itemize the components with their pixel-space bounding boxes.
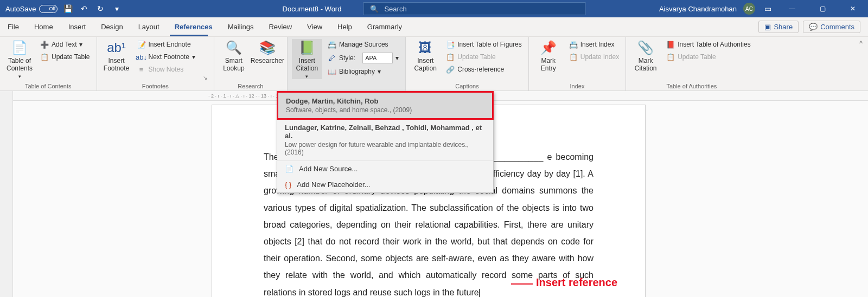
insert-citation-button[interactable]: 📗Insert Citation▾ <box>292 39 322 79</box>
tab-design[interactable]: Design <box>93 17 130 37</box>
mark-citation-button[interactable]: 📎Mark Citation <box>630 39 661 73</box>
undo-icon[interactable]: ↶ <box>78 3 90 15</box>
citation-icon: 📗 <box>299 40 315 56</box>
ribbon-display-icon[interactable]: ▭ <box>762 3 774 15</box>
researcher-icon: 📚 <box>259 40 276 56</box>
close-button[interactable]: ✕ <box>841 0 865 17</box>
add-source-icon: 📄 <box>285 165 293 173</box>
update-figures-table-button: 📋Update Table <box>444 51 524 62</box>
ribbon-tabs: File Home Insert Design Layout Reference… <box>0 17 868 37</box>
group-research: 🔍Smart Lookup 📚Researcher Research <box>214 37 288 91</box>
table-of-contents-button[interactable]: 📄Table of Contents▾ <box>4 39 35 79</box>
title-bar: AutoSave Off 💾 ↶ ↻ ▾ Document8 - Word 🔍 … <box>0 0 868 17</box>
manage-sources-button[interactable]: 📇Manage Sources <box>326 39 401 50</box>
document-area: · 2 · ı · 1 · ı · △ · ı · 12 · · 13 · ı … <box>0 91 868 297</box>
share-button[interactable]: ▣Share <box>758 21 799 33</box>
insert-index-icon: 📇 <box>569 40 578 49</box>
footnote-icon: ab¹ <box>107 40 126 56</box>
researcher-button[interactable]: 📚Researcher <box>252 39 283 64</box>
tab-view[interactable]: View <box>299 17 330 37</box>
add-new-source-button[interactable]: 📄 Add New Source... <box>277 161 493 177</box>
tab-home[interactable]: Home <box>27 17 61 37</box>
insert-toa-button[interactable]: 📕Insert Table of Authorities <box>664 39 753 50</box>
tab-mailings[interactable]: Mailings <box>220 17 261 37</box>
tab-layout[interactable]: Layout <box>131 17 167 37</box>
citation-item-1[interactable]: Lundager, Katrine, Zeinali, Behzad , Toh… <box>277 119 493 161</box>
add-text-button[interactable]: ➕Add Text ▾ <box>38 39 92 50</box>
comments-button[interactable]: 💬Comments <box>803 21 860 33</box>
toa-icon: 📕 <box>666 40 675 49</box>
document-title: Document8 - Word <box>283 5 342 13</box>
group-captions: 🖼Insert Caption 📑Insert Table of Figures… <box>406 37 529 91</box>
tof-icon: 📑 <box>446 40 455 49</box>
avatar[interactable]: AC <box>743 3 755 15</box>
insert-endnote-button[interactable]: 📝Insert Endnote <box>135 39 197 50</box>
citation-style-select[interactable]: 🖊Style: APA▾ <box>326 51 401 64</box>
mark-entry-icon: 📌 <box>540 40 557 56</box>
show-notes-button: ≡Show Notes <box>135 64 197 75</box>
add-new-placeholder-button[interactable]: { } Add New Placeholder... <box>277 177 493 192</box>
insert-footnote-button[interactable]: ab¹Insert Footnote <box>101 39 132 73</box>
bibliography-icon: 📖 <box>328 67 336 76</box>
next-footnote-icon: ab↓ <box>137 53 146 61</box>
endnote-icon: 📝 <box>137 40 146 49</box>
mark-entry-button[interactable]: 📌Mark Entry <box>533 39 564 73</box>
qat-customize-icon[interactable]: ▾ <box>111 3 123 15</box>
update-icon: 📋 <box>40 53 49 61</box>
tab-help[interactable]: Help <box>330 17 360 37</box>
group-toc: 📄Table of Contents▾ ➕Add Text ▾ 📋Update … <box>0 37 97 91</box>
tab-file[interactable]: File <box>0 17 27 37</box>
style-icon: 🖊 <box>328 54 336 62</box>
collapse-ribbon-icon[interactable]: ^ <box>854 37 868 91</box>
ribbon: 📄Table of Contents▾ ➕Add Text ▾ 📋Update … <box>0 37 868 91</box>
crossref-icon: 🔗 <box>446 65 455 74</box>
manage-sources-icon: 📇 <box>328 40 336 49</box>
insert-index-button[interactable]: 📇Insert Index <box>567 39 621 50</box>
minimize-button[interactable]: — <box>780 0 804 17</box>
smart-lookup-icon: 🔍 <box>226 40 242 56</box>
tab-review[interactable]: Review <box>261 17 299 37</box>
smart-lookup-button[interactable]: 🔍Smart Lookup <box>219 39 249 73</box>
comment-icon: 💬 <box>809 23 818 31</box>
citation-item-0[interactable]: Dodge, Martin, Kitchin, Rob Software, ob… <box>277 91 494 120</box>
update-table-button[interactable]: 📋Update Table <box>38 51 92 62</box>
bibliography-button[interactable]: 📖Bibliography ▾ <box>326 66 401 77</box>
search-input[interactable]: 🔍 Search <box>363 2 585 15</box>
citation-dropdown: Dodge, Martin, Kitchin, Rob Software, ob… <box>277 91 494 193</box>
show-notes-icon: ≡ <box>137 65 146 74</box>
caption-icon: 🖼 <box>419 40 432 56</box>
group-toa: 📎Mark Citation 📕Insert Table of Authorit… <box>626 37 757 91</box>
update-icon: 📋 <box>569 53 578 61</box>
update-index-button: 📋Update Index <box>567 51 621 62</box>
group-footnotes: ab¹Insert Footnote 📝Insert Endnote ab↓Ne… <box>97 37 214 91</box>
add-text-icon: ➕ <box>40 40 49 49</box>
insert-figures-table-button[interactable]: 📑Insert Table of Figures <box>444 39 524 50</box>
update-icon: 📋 <box>666 53 675 61</box>
vertical-ruler <box>0 91 13 297</box>
annotation-callout: Insert reference <box>511 276 617 289</box>
save-icon[interactable]: 💾 <box>62 3 74 15</box>
tab-insert[interactable]: Insert <box>61 17 94 37</box>
text-cursor <box>479 289 480 297</box>
redo-icon[interactable]: ↻ <box>94 3 106 15</box>
share-icon: ▣ <box>764 23 771 31</box>
group-citations: 📗Insert Citation▾ 📇Manage Sources 🖊Style… <box>288 37 406 91</box>
search-icon: 🔍 <box>370 5 379 13</box>
cross-reference-button[interactable]: 🔗Cross-reference <box>444 64 524 75</box>
footnotes-launcher-icon[interactable]: ↘ <box>201 75 209 82</box>
add-placeholder-icon: { } <box>285 180 291 189</box>
mark-citation-icon: 📎 <box>637 40 654 56</box>
user-name[interactable]: Aisvarya Chandramohan <box>659 5 737 13</box>
insert-caption-button[interactable]: 🖼Insert Caption <box>410 39 441 73</box>
tab-references[interactable]: References <box>167 17 220 37</box>
maximize-button[interactable]: ▢ <box>810 0 834 17</box>
tab-grammarly[interactable]: Grammarly <box>360 17 410 37</box>
update-toa-button: 📋Update Table <box>664 51 753 62</box>
next-footnote-button[interactable]: ab↓Next Footnote ▾ <box>135 51 197 62</box>
group-index: 📌Mark Entry 📇Insert Index 📋Update Index … <box>529 37 626 91</box>
autosave-toggle[interactable]: AutoSave Off <box>5 5 58 13</box>
update-icon: 📋 <box>446 53 455 61</box>
toc-icon: 📄 <box>11 40 28 56</box>
